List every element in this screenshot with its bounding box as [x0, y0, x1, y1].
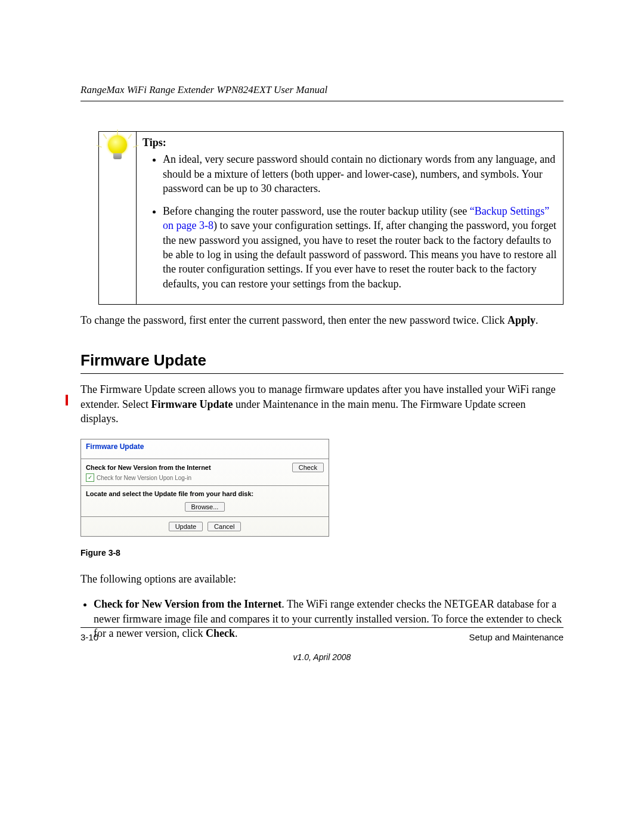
header-rule: [80, 101, 564, 101]
check-button[interactable]: Check: [292, 463, 324, 472]
locate-label: Locate and select the Update file from y…: [81, 486, 329, 500]
tip2-after: ) to save your configuration settings. I…: [163, 219, 557, 289]
tip1-text: An ideal, very secure password should co…: [163, 153, 555, 194]
check-on-login-checkbox[interactable]: ✓: [86, 473, 94, 482]
section-name: Setup and Maintenance: [469, 631, 564, 643]
options-intro: The following options are available:: [80, 572, 564, 586]
panel-sub-row: ✓ Check for New Version Upon Log-in: [81, 473, 329, 486]
tip-item-1: An ideal, very secure password should co…: [163, 152, 557, 196]
check-on-login-label: Check for New Version Upon Log-in: [97, 474, 191, 482]
manual-page: RangeMax WiFi Range Extender WPN824EXT U…: [0, 0, 644, 833]
tips-label: Tips:: [143, 135, 557, 150]
tip-item-2: Before changing the router password, use…: [163, 204, 557, 291]
opt1-bold: Check for New Version from the Internet: [94, 598, 281, 610]
lightbulb-icon: [103, 134, 132, 167]
figure-caption: Figure 3-8: [80, 547, 564, 559]
panel-title: Firmware Update: [81, 439, 329, 459]
check-row-label: Check for New Version from the Internet: [86, 463, 211, 472]
change-password-paragraph: To change the password, first enter the …: [80, 313, 564, 327]
firmware-update-panel: Firmware Update Check for New Version fr…: [80, 439, 329, 537]
change-pw-text: To change the password, first enter the …: [80, 314, 507, 326]
browse-button[interactable]: Browse...: [185, 502, 225, 512]
update-button[interactable]: Update: [169, 522, 203, 531]
tips-box: Tips: An ideal, very secure password sho…: [98, 131, 564, 305]
fw-p1b: Firmware Update: [151, 398, 233, 410]
change-pw-after: .: [535, 314, 538, 326]
running-header: RangeMax WiFi Range Extender WPN824EXT U…: [80, 83, 564, 97]
cancel-button[interactable]: Cancel: [208, 522, 241, 531]
firmware-intro-paragraph: The Firmware Update screen allows you to…: [80, 382, 564, 426]
tips-icon-cell: [99, 132, 137, 304]
tips-content: Tips: An ideal, very secure password sho…: [137, 132, 563, 304]
revision-change-bar: [66, 395, 68, 405]
page-number: 3-10: [80, 631, 98, 643]
apply-bold: Apply: [507, 314, 535, 326]
section-rule: [80, 373, 564, 374]
doc-version: v1.0, April 2008: [80, 652, 564, 663]
page-footer: 3-10 Setup and Maintenance v1.0, April 2…: [80, 627, 564, 663]
section-heading-firmware-update: Firmware Update: [80, 350, 564, 371]
panel-check-row: Check for New Version from the Internet …: [81, 459, 329, 473]
tip2-before: Before changing the router password, use…: [163, 205, 470, 217]
